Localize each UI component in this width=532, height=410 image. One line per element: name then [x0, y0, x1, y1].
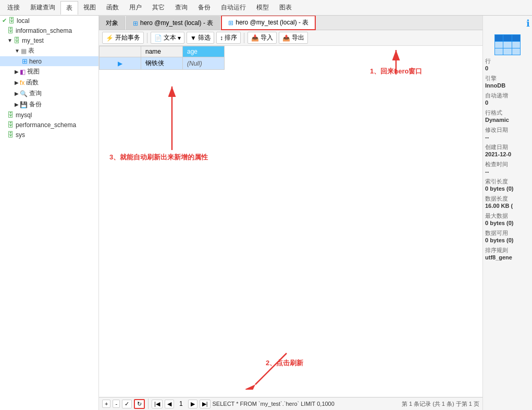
- sidebar-label-information-schema: information_schema: [16, 27, 72, 34]
- sidebar-item-tables-group[interactable]: ▼ ▦ 表: [0, 45, 98, 56]
- sort-icon: ↕: [220, 34, 223, 42]
- menu-backup[interactable]: 备份: [193, 1, 216, 14]
- db-icon-5: 🗄: [7, 121, 14, 129]
- menu-model[interactable]: 模型: [251, 1, 274, 14]
- content-area: 对象 ⊞ hero @my_test (local) - 表 ⊞ hero @m…: [99, 16, 482, 410]
- menu-user[interactable]: 用户: [124, 1, 147, 14]
- table-row[interactable]: ▶ 钢铁侠 (Null): [100, 57, 225, 70]
- menu-connect[interactable]: 连接: [2, 1, 25, 14]
- menu-table[interactable]: 表: [60, 1, 78, 15]
- prop-check-time-label: 检查时间: [485, 160, 530, 168]
- db-icon: 🗄: [8, 17, 15, 24]
- prop-data-free-label: 数据可用: [485, 229, 530, 237]
- filter-icon: ▼: [190, 34, 196, 42]
- tab-hero-active[interactable]: ⊞ hero @my_test (local) - 表: [221, 16, 316, 30]
- prop-rows-value: 0: [485, 65, 530, 71]
- sidebar-item-sys[interactable]: 🗄 sys: [0, 130, 98, 140]
- cell-name[interactable]: 钢铁侠: [141, 57, 183, 70]
- sidebar-label-tables: 表: [28, 46, 34, 55]
- sidebar-label-local: local: [17, 17, 30, 24]
- thumb-cell-9: [512, 48, 520, 55]
- right-panel: ℹ 行 0 引擎 InnoDB 自动递增 0 行格式 Dynami: [482, 16, 532, 410]
- toolbar-sep-2: [244, 33, 244, 43]
- prop-rows-label: 行: [485, 57, 530, 65]
- check-button[interactable]: ✓: [122, 400, 132, 408]
- tab-hero-local-label: hero @my_test (local) - 表: [140, 19, 213, 28]
- begin-transaction-button[interactable]: ⚡ 开始事务: [102, 32, 144, 44]
- tab-object[interactable]: 对象: [99, 16, 125, 30]
- sidebar-item-performance-schema[interactable]: 🗄 performance_schema: [0, 120, 98, 130]
- main-layout: ✔ 🗄 local 🗄 information_schema ▼ 🗄 my_te…: [0, 16, 532, 410]
- sidebar-item-local[interactable]: ✔ 🗄 local: [0, 16, 98, 26]
- prop-rows: 行 0: [485, 57, 530, 71]
- page-next-button[interactable]: ▶: [188, 400, 197, 408]
- sidebar-item-funcs[interactable]: ▶ fx 函数: [0, 77, 98, 88]
- prop-modify-date-label: 修改日期: [485, 126, 530, 134]
- info-icon: ℹ: [485, 18, 530, 29]
- sidebar-item-views[interactable]: ▶ ◧ 视图: [0, 66, 98, 77]
- filter-button[interactable]: ▼ 筛选: [187, 32, 214, 44]
- sidebar-item-queries[interactable]: ▶ 🔍 查询: [0, 88, 98, 99]
- prop-create-date: 创建日期 2021-12-0: [485, 143, 530, 157]
- import-button[interactable]: 📥 导入: [248, 32, 277, 44]
- sidebar-item-backup[interactable]: ▶ 💾 备份: [0, 99, 98, 110]
- col-header-name[interactable]: name: [141, 46, 183, 57]
- refresh-button[interactable]: ↻: [134, 399, 145, 409]
- expand-icon-views: ▶: [15, 69, 19, 74]
- text-icon: 📄: [154, 34, 162, 42]
- table-icon: ⊞: [22, 57, 28, 65]
- prop-data-len-label: 数据长度: [485, 195, 530, 203]
- import-icon: 📥: [251, 34, 259, 42]
- page-first-button[interactable]: |◀: [152, 400, 163, 408]
- tab-hero-local[interactable]: ⊞ hero @my_test (local) - 表: [126, 16, 220, 30]
- tab-object-label: 对象: [106, 19, 118, 28]
- check-icon: ✔: [2, 17, 7, 24]
- menu-chart[interactable]: 图表: [274, 1, 297, 14]
- menu-auto-run[interactable]: 自动运行: [216, 1, 251, 14]
- sidebar-item-hero[interactable]: ⊞ hero: [0, 56, 98, 66]
- table-container[interactable]: name age ▶ 钢铁侠 (Null): [99, 46, 482, 393]
- sidebar-label-backup: 备份: [29, 100, 42, 109]
- menu-new-query[interactable]: 新建查询: [25, 1, 60, 14]
- sidebar-item-my-test[interactable]: ▼ 🗄 my_test: [0, 35, 98, 45]
- text-button[interactable]: 📄 文本 ▾: [151, 32, 184, 44]
- menu-query[interactable]: 查询: [170, 1, 193, 14]
- table-and-annotations: name age ▶ 钢铁侠 (Null): [99, 46, 482, 410]
- funcs-icon: fx: [20, 79, 24, 86]
- prop-check-time-value: --: [485, 168, 530, 175]
- transaction-icon: ⚡: [106, 34, 114, 42]
- menu-view[interactable]: 视图: [78, 1, 101, 14]
- sidebar-item-information-schema[interactable]: 🗄 information_schema: [0, 26, 98, 35]
- expand-icon-backup: ▶: [15, 102, 19, 107]
- page-last-button[interactable]: ▶|: [200, 400, 211, 408]
- sidebar-item-mysql[interactable]: 🗄 mysql: [0, 110, 98, 120]
- prop-max-data-label: 最大数据: [485, 212, 530, 220]
- menu-function[interactable]: 函数: [101, 1, 124, 14]
- add-row-button[interactable]: +: [102, 400, 110, 408]
- col-header-age[interactable]: age: [183, 46, 225, 57]
- menu-other[interactable]: 其它: [147, 1, 170, 14]
- tab-bar: 对象 ⊞ hero @my_test (local) - 表 ⊞ hero @m…: [99, 16, 482, 30]
- cell-age[interactable]: (Null): [183, 57, 225, 70]
- prop-auto-inc-value: 0: [485, 100, 530, 106]
- expand-icon-my-test: ▼: [7, 38, 13, 43]
- prop-index-len-value: 0 bytes (0): [485, 185, 530, 192]
- export-icon: 📤: [282, 34, 290, 42]
- data-table: name age ▶ 钢铁侠 (Null): [99, 46, 225, 70]
- db-icon-4: 🗄: [7, 111, 14, 119]
- menu-bar: 连接 新建查询 表 视图 函数 用户 其它 查询 备份 自动运行 模型 图表: [0, 0, 532, 16]
- sidebar-label-funcs: 函数: [26, 78, 39, 87]
- thumb-cell-1: [495, 35, 503, 41]
- prop-data-len: 数据长度 16.00 KB (: [485, 195, 530, 209]
- prop-row-format: 行格式 Dynamic: [485, 109, 530, 123]
- sidebar: ✔ 🗄 local 🗄 information_schema ▼ 🗄 my_te…: [0, 16, 99, 410]
- export-button[interactable]: 📤 导出: [279, 32, 308, 44]
- prop-collation-value: utf8_gene: [485, 254, 530, 260]
- page-prev-button[interactable]: ◀: [165, 400, 174, 408]
- expand-icon-tables: ▼: [15, 48, 20, 54]
- remove-row-button[interactable]: -: [113, 400, 120, 408]
- row-arrow-icon: ▶: [118, 60, 122, 67]
- prop-max-data: 最大数据 0 bytes (0): [485, 212, 530, 226]
- row-marker-header: [100, 46, 141, 57]
- sort-button[interactable]: ↕ 排序: [216, 32, 241, 44]
